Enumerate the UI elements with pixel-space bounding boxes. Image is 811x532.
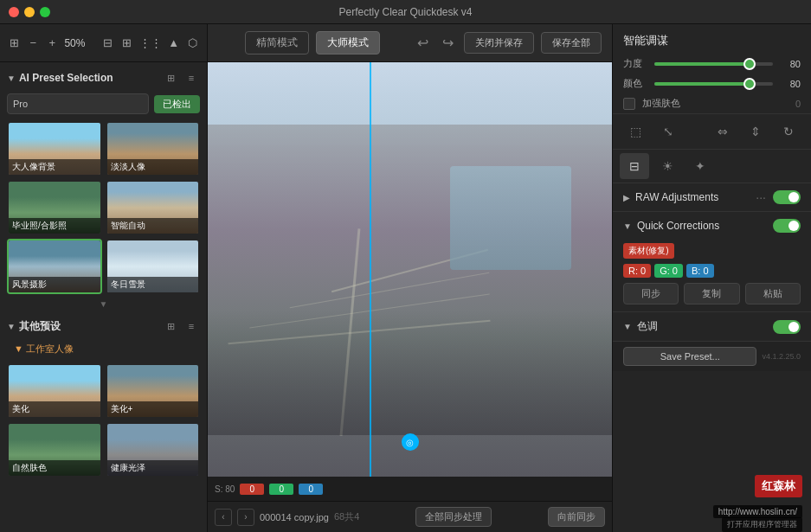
watermark-url: http://www.hoslin.cn/ xyxy=(713,505,802,518)
strength-val: 80 xyxy=(780,59,801,69)
detected-btn[interactable]: 已检出 xyxy=(154,95,200,113)
qc-mode-row: 素材(修复) xyxy=(623,243,801,259)
sync-btn[interactable]: 同步 xyxy=(623,283,679,304)
sync-all-btn[interactable]: 全部同步处理 xyxy=(415,507,492,527)
color-thumb[interactable] xyxy=(743,78,756,90)
preset-controls: 已检出 xyxy=(0,90,207,118)
color-tone-toggle[interactable] xyxy=(773,320,801,334)
rgba-bar: S: 80 0 0 0 xyxy=(208,477,612,501)
strength-thumb[interactable] xyxy=(743,58,756,70)
preset-item-landscape[interactable]: 风景摄影 xyxy=(7,239,102,294)
ai-preset-grid: 大人像背景 淡淡人像 毕业照/合影照 智能自动 风景摄影 冬日雪景 xyxy=(0,118,207,298)
grid-btn[interactable]: ⋮⋮ xyxy=(139,31,162,55)
preset-search-input[interactable] xyxy=(7,93,149,114)
crop-tool-icon[interactable]: ⤡ xyxy=(656,119,680,144)
sidebar-toolbar: ⊞ − + 50% ⊟ ⊞ ⋮⋮ ▲ ⬡ xyxy=(0,24,207,62)
qc-actions: 同步 复制 粘贴 xyxy=(623,283,801,304)
ai-preset-grid-icon[interactable]: ⊞ xyxy=(162,69,179,87)
nav-next-btn[interactable]: › xyxy=(237,509,254,526)
zoom-in-btn[interactable]: + xyxy=(45,31,59,55)
other-preset-label-3: 健康光泽 xyxy=(107,460,199,476)
tab-sliders-btn[interactable]: ⊟ xyxy=(620,153,649,179)
raw-adj-section: ▶ RAW Adjustments ··· xyxy=(613,183,811,211)
color-tone-header[interactable]: ▼ 色调 xyxy=(613,312,811,341)
ai-preset-header-icons: ⊞ ≡ xyxy=(162,69,200,87)
preset-label-2: 毕业照/合影照 xyxy=(9,218,100,234)
other-preset-item-3[interactable]: 健康光泽 xyxy=(106,422,201,478)
strength-slider[interactable] xyxy=(654,62,773,66)
preset-item-2[interactable]: 毕业照/合影照 xyxy=(7,180,102,235)
save-preset-btn[interactable]: Save Preset... xyxy=(623,347,756,366)
preset-item-1[interactable]: 淡淡人像 xyxy=(106,121,201,176)
rotate-icon[interactable]: ↻ xyxy=(776,119,801,144)
other-preset-label-0: 美化 xyxy=(9,401,100,417)
rgb-g-chip: G: 0 xyxy=(654,264,683,278)
r-value: 0 xyxy=(240,484,264,495)
minimize-traffic-light[interactable] xyxy=(24,7,35,17)
raw-adj-title: RAW Adjustments xyxy=(635,191,756,203)
forward-sync-btn[interactable]: 向前同步 xyxy=(548,507,605,527)
quick-corrections-header[interactable]: ▼ Quick Corrections xyxy=(613,212,811,240)
copy-btn[interactable]: 复制 xyxy=(684,283,739,304)
color-tone-section: ▼ 色调 xyxy=(613,311,811,341)
enhance-checkbox[interactable] xyxy=(623,98,635,110)
redo-btn[interactable]: ↪ xyxy=(439,31,457,54)
other-presets-title: 其他预设 xyxy=(19,319,61,334)
color-val: 80 xyxy=(780,79,801,89)
preset-item-winter[interactable]: 冬日雪景 xyxy=(106,239,201,294)
color-tone-title: 色调 xyxy=(637,319,773,334)
other-preset-item-2[interactable]: 自然肤色 xyxy=(7,422,102,478)
tab-effects-btn[interactable]: ✦ xyxy=(685,153,715,179)
photo-canvas[interactable]: ◎ xyxy=(208,62,612,477)
ai-preset-list-icon[interactable]: ≡ xyxy=(183,69,200,87)
view-btn-1[interactable]: ⊟ xyxy=(100,31,114,55)
strength-label: 力度 xyxy=(623,57,647,70)
bottom-bar: ‹ › 000014 copy.jpg 68共4 全部同步处理 向前同步 xyxy=(208,501,612,532)
b-value: 0 xyxy=(299,484,323,495)
tab-color-btn[interactable]: ☀ xyxy=(653,153,682,179)
sub-section-label[interactable]: ▼ 工作室人像 xyxy=(14,340,200,358)
other-presets-grid-icon[interactable]: ⊞ xyxy=(162,317,179,335)
color-label: 颜色 xyxy=(623,77,647,90)
flip-icon[interactable]: ⇕ xyxy=(743,119,768,144)
preset-item-0[interactable]: 大人像背景 xyxy=(7,121,102,176)
close-traffic-light[interactable] xyxy=(9,7,19,17)
view-btn-2[interactable]: ⊞ xyxy=(120,31,134,55)
preset-label-winter: 冬日雪景 xyxy=(107,277,199,292)
mode-simple-btn[interactable]: 精简模式 xyxy=(245,31,309,54)
settings-btn[interactable]: ⬡ xyxy=(186,31,200,55)
raw-adj-header[interactable]: ▶ RAW Adjustments ··· xyxy=(613,183,811,211)
sub-section-studio: ▼ 工作室人像 xyxy=(0,338,207,360)
compare-btn[interactable]: ▲ xyxy=(167,31,181,55)
save-all-btn[interactable]: 保存全部 xyxy=(541,32,602,54)
other-preset-item-1[interactable]: 美化+ xyxy=(106,363,201,419)
color-slider[interactable] xyxy=(654,82,773,86)
crop-icon-btn[interactable]: ⊞ xyxy=(7,31,21,55)
maximize-traffic-light[interactable] xyxy=(40,7,50,17)
mask-icon[interactable]: ⬚ xyxy=(623,119,647,144)
save-preset-bar: Save Preset... v4.1.2.25.0 xyxy=(613,341,811,371)
zoom-out-btn[interactable]: − xyxy=(26,31,40,55)
undo-btn[interactable]: ↩ xyxy=(414,31,432,54)
mirror-icon[interactable]: ⇔ xyxy=(711,119,735,144)
paste-btn[interactable]: 粘贴 xyxy=(745,283,801,304)
traffic-lights xyxy=(9,7,50,17)
preset-item-3[interactable]: 智能自动 xyxy=(106,180,201,235)
nav-prev-btn[interactable]: ‹ xyxy=(215,509,232,526)
quick-corrections-title: Quick Corrections xyxy=(637,220,773,232)
window-title: Perfectly Clear Quickdesk v4 xyxy=(338,6,472,18)
mode-master-btn[interactable]: 大师模式 xyxy=(316,31,380,54)
other-presets-list-icon[interactable]: ≡ xyxy=(183,317,200,335)
other-preset-item-0[interactable]: 美化 xyxy=(7,363,102,419)
quick-corrections-toggle[interactable] xyxy=(773,219,801,233)
save-close-btn[interactable]: 关闭并保存 xyxy=(464,32,534,54)
g-value: 0 xyxy=(269,484,293,495)
split-handle[interactable]: ◎ xyxy=(402,433,419,451)
enhance-skin-row: 加强肤色 0 xyxy=(613,93,811,113)
split-line[interactable] xyxy=(370,62,371,477)
canvas-area: 精简模式 大师模式 ↩ ↪ 关闭并保存 保存全部 xyxy=(208,24,612,532)
other-preset-grid: 美化 美化+ 自然肤色 健康光泽 xyxy=(0,360,207,481)
photo-view: ◎ xyxy=(208,62,612,477)
raw-adj-toggle[interactable] xyxy=(773,190,801,204)
other-preset-label-2: 自然肤色 xyxy=(9,460,100,476)
